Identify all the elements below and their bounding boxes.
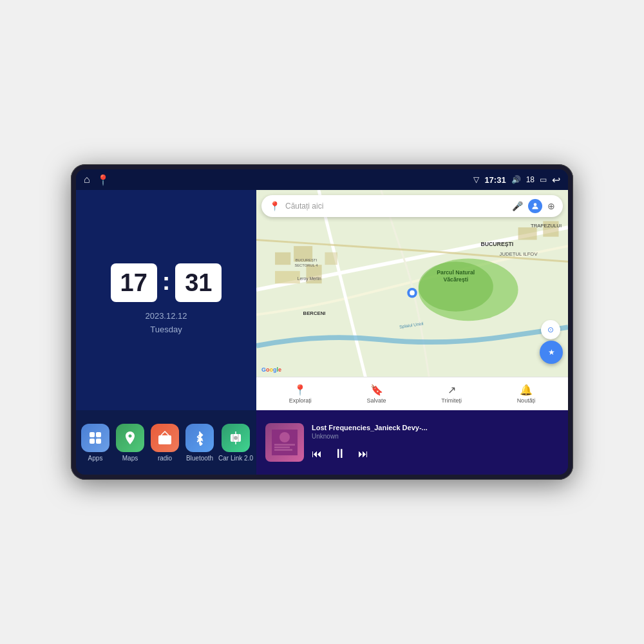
saved-icon: 🔖 [370,384,383,396]
svg-rect-38 [274,449,292,450]
svg-rect-16 [275,271,300,283]
clock-date: 2023.12.12 Tuesday [145,310,187,337]
status-bar: ⌂ 📍 ▽ 17:31 🔊 18 ▭ ↩ [76,169,568,190]
svg-rect-1 [96,432,101,437]
news-icon: 🔔 [520,384,533,396]
share-icon: ↗ [448,384,456,396]
svg-rect-2 [90,439,95,444]
maps-label: Maps [122,455,138,462]
explore-icon: 📍 [294,384,307,396]
bluetooth-label: Bluetooth [186,455,213,462]
map-container[interactable]: Parcul Natural Văcărești Leroy Merlin BE… [256,190,568,377]
volume-level: 18 [526,175,535,184]
app-item-apps[interactable]: Apps [79,424,111,462]
left-panel: 17 : 31 2023.12.12 Tuesday [76,190,256,475]
google-logo: Google [261,366,281,373]
clock-hours: 17 [111,263,157,302]
car-infotainment-device: ⌂ 📍 ▽ 17:31 🔊 18 ▭ ↩ 17 : [71,164,573,480]
share-label: Trimiteți [441,397,462,404]
volume-icon: 🔊 [511,175,521,184]
app-item-maps[interactable]: Maps [114,424,146,462]
svg-rect-0 [90,432,95,437]
app-shortcuts-bar: Apps Maps [76,410,256,475]
clock-date-value: 2023.12.12 [145,311,187,321]
svg-point-5 [167,437,170,440]
map-nav-saved[interactable]: 🔖 Salvate [367,384,386,404]
radio-label: radio [158,455,172,462]
clock-display: 17 : 31 [111,263,222,302]
right-panel: Parcul Natural Văcărești Leroy Merlin BE… [256,190,568,475]
svg-text:BERCENI: BERCENI [303,310,326,316]
carlink-icon [222,424,250,452]
clock-day-value: Tuesday [150,325,182,334]
svg-point-35 [279,432,290,442]
svg-text:BUCUREȘTI: BUCUREȘTI [480,241,513,247]
svg-rect-18 [325,252,337,265]
map-search-placeholder: Căutați aici [285,202,507,211]
maps-icon [116,424,144,452]
maps-pin-icon[interactable]: 📍 [97,174,109,186]
svg-rect-37 [274,446,290,448]
music-info-section: Lost Frequencies_Janieck Devy-... Unknow… [312,424,559,461]
svg-text:Leroy Merlin: Leroy Merlin [298,276,321,281]
svg-point-33 [534,203,537,206]
device-screen: ⌂ 📍 ▽ 17:31 🔊 18 ▭ ↩ 17 : [76,169,568,475]
map-nav-explore[interactable]: 📍 Explorați [289,384,312,404]
music-info: Lost Frequencies_Janieck Devy-... Unknow… [312,424,559,440]
user-avatar[interactable] [528,199,542,213]
clock-colon: : [162,268,171,296]
svg-text:BUCUREȘTI: BUCUREȘTI [296,258,317,262]
status-bar-right: ▽ 17:31 🔊 18 ▭ ↩ [473,174,560,186]
maps-search-pin-icon: 📍 [269,201,280,211]
svg-rect-14 [275,252,290,265]
status-time: 17:31 [484,175,506,185]
music-play-pause-button[interactable]: ⏸ [334,446,346,461]
music-controls: ⏮ ⏸ ⏭ [312,446,559,461]
apps-icon [81,424,109,452]
signal-icon: ▽ [473,175,479,184]
music-title: Lost Frequencies_Janieck Devy-... [312,424,559,431]
svg-text:SECTORUL 4: SECTORUL 4 [294,263,318,267]
app-item-bluetooth[interactable]: Bluetooth [184,424,216,462]
battery-icon: ▭ [540,175,547,184]
map-search-bar[interactable]: 📍 Căutați aici 🎤 ⊕ [261,195,563,217]
svg-text:FM: FM [162,436,166,440]
map-nav-share[interactable]: ↗ Trimiteți [441,384,462,404]
main-content: 17 : 31 2023.12.12 Tuesday [76,190,568,475]
svg-text:Văcărești: Văcărești [443,276,468,283]
music-album-art [265,423,304,462]
svg-point-32 [410,290,415,296]
status-bar-left: ⌂ 📍 [84,174,109,186]
apps-label: Apps [88,455,103,462]
music-player: Lost Frequencies_Janieck Devy-... Unknow… [256,410,568,475]
radio-icon: FM [151,424,179,452]
app-item-carlink[interactable]: Car Link 2.0 [218,424,253,462]
voice-search-icon[interactable]: 🎤 [512,201,523,211]
map-nav-news[interactable]: 🔔 Noutăți [517,384,536,404]
news-label: Noutăți [517,397,536,404]
clock-widget: 17 : 31 2023.12.12 Tuesday [76,190,256,410]
svg-rect-3 [96,439,101,444]
explore-label: Explorați [289,397,312,404]
carlink-label: Car Link 2.0 [218,455,253,462]
app-item-radio[interactable]: FM radio [149,424,181,462]
svg-text:Parcul Natural: Parcul Natural [437,269,475,276]
bluetooth-icon [185,424,214,452]
svg-rect-7 [160,440,166,441]
svg-rect-36 [274,444,295,445]
home-icon[interactable]: ⌂ [84,174,90,185]
map-recenter-button[interactable]: ⊙ [541,320,560,339]
svg-text:JUDEȚUL ILFOV: JUDEȚUL ILFOV [500,251,538,257]
music-next-button[interactable]: ⏭ [358,448,368,460]
map-nav-bar: 📍 Explorați 🔖 Salvate ↗ Trimiteți 🔔 Nout… [256,377,568,410]
music-prev-button[interactable]: ⏮ [312,448,322,460]
saved-label: Salvate [367,397,386,404]
music-artist: Unknown [312,433,559,440]
svg-text:TRAPEZULUI: TRAPEZULUI [531,223,562,229]
svg-rect-19 [518,227,537,240]
map-layers-icon[interactable]: ⊕ [547,201,555,211]
map-fab-button[interactable]: ★ [540,341,563,364]
svg-point-10 [234,436,238,440]
back-icon[interactable]: ↩ [552,174,560,186]
clock-minutes: 31 [175,263,222,302]
